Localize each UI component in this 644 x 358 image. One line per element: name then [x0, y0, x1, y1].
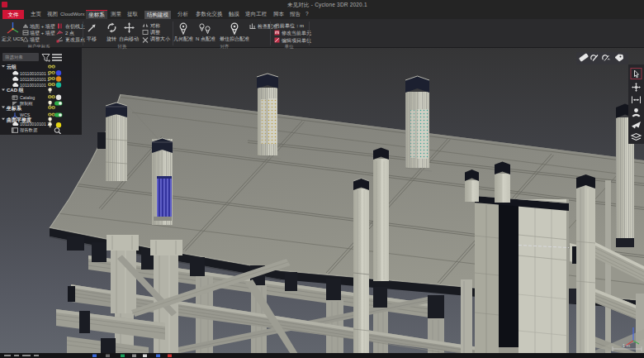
svg-text:1 m: 1 m — [623, 343, 631, 348]
svg-text:坐标系: 坐标系 — [6, 105, 22, 112]
svg-text:Catalog: Catalog — [20, 95, 35, 100]
svg-text:10110010101 1: 10110010101 1 — [20, 71, 50, 76]
svg-text:10110010101: 10110010101 — [20, 83, 46, 88]
svg-text:云组: 云组 — [7, 64, 17, 69]
svg-text:10110010101 2: 10110010101 2 — [20, 77, 50, 82]
svg-text:CAD 组: CAD 组 — [7, 88, 24, 93]
svg-text:限制框: 限制框 — [20, 101, 34, 106]
svg-text:10110010101 2: 10110010101 2 — [20, 122, 50, 126]
svg-text:报告数据: 报告数据 — [20, 127, 38, 133]
